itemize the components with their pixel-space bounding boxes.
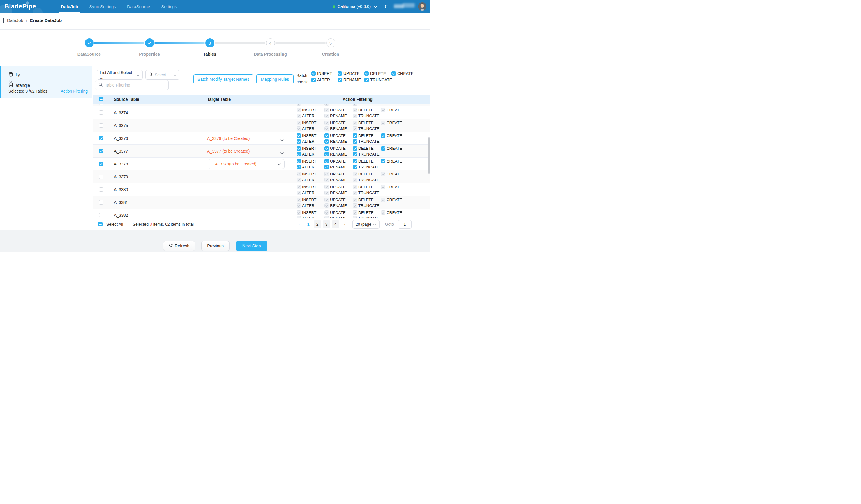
batch-check-checkbox-create[interactable] xyxy=(392,71,396,76)
help-icon[interactable]: ? xyxy=(383,4,388,9)
action-item-alter: ALTER xyxy=(297,113,325,119)
action-item-create: CREATE xyxy=(381,184,425,190)
action-checkbox-delete[interactable] xyxy=(353,133,357,138)
batch-check-checkbox-delete[interactable] xyxy=(364,71,369,76)
nav-item-datasource[interactable]: DataSource xyxy=(121,0,155,13)
action-checkbox-rename[interactable] xyxy=(325,152,329,156)
datasource-panel: lly afanqie Selected 3 /62 Tables Action… xyxy=(0,66,92,230)
action-checkbox-truncate[interactable] xyxy=(353,139,357,144)
page-button-2[interactable]: 2 xyxy=(314,220,321,228)
batch-modify-target-names-button[interactable]: Batch Modify Target Names xyxy=(193,74,254,84)
avatar[interactable] xyxy=(418,2,426,11)
action-checkbox-insert[interactable] xyxy=(297,146,301,151)
nav-right: California (v0.6.0) ? xyxy=(333,0,426,13)
page-button-4[interactable]: 4 xyxy=(332,220,339,228)
action-checkbox-insert[interactable] xyxy=(297,133,301,138)
target-table-select[interactable]: A_3378(to be Created) xyxy=(208,159,285,169)
previous-button[interactable]: Previous xyxy=(201,241,229,251)
breadcrumb-separator: / xyxy=(26,18,27,23)
region-selector[interactable]: California (v0.6.0) xyxy=(338,4,371,9)
action-item-delete: DELETE xyxy=(353,184,381,190)
action-item-truncate: TRUNCATE xyxy=(353,113,381,119)
refresh-button[interactable]: Refresh xyxy=(163,241,195,251)
action-checkbox-delete xyxy=(353,172,357,176)
row-checkbox[interactable] xyxy=(99,200,104,205)
batch-check-item-truncate: TRUNCATE xyxy=(364,77,392,83)
action-checkbox-delete[interactable] xyxy=(353,146,357,151)
action-label: TRUNCATE xyxy=(358,152,380,156)
row-checkbox[interactable] xyxy=(99,110,104,115)
action-item-alter: ALTER xyxy=(297,164,325,170)
chevron-down-icon[interactable] xyxy=(281,137,284,142)
action-checkbox-rename xyxy=(325,191,329,195)
row-checkbox[interactable] xyxy=(99,162,104,166)
page-button-1[interactable]: 1 xyxy=(305,220,312,228)
action-item-delete: DELETE xyxy=(353,197,381,203)
action-item-alter: ALTER xyxy=(297,126,325,132)
action-checkbox-truncate[interactable] xyxy=(353,165,357,169)
action-label: UPDATE xyxy=(330,133,346,138)
row-checkbox[interactable] xyxy=(99,123,104,127)
action-checkbox-create[interactable] xyxy=(381,159,385,163)
action-checkbox-create[interactable] xyxy=(381,133,385,138)
chevron-down-icon[interactable] xyxy=(374,4,377,9)
row-checkbox[interactable] xyxy=(99,213,104,217)
action-label: TRUNCATE xyxy=(358,165,380,169)
action-checkbox-rename[interactable] xyxy=(325,165,329,169)
action-filtering-link[interactable]: Action Filtering xyxy=(60,89,88,94)
action-item-create: CREATE xyxy=(381,210,425,215)
row-checkbox[interactable] xyxy=(99,136,104,140)
row-checkbox[interactable] xyxy=(99,149,104,153)
action-checkbox-update[interactable] xyxy=(325,146,329,151)
batch-check-checkbox-truncate[interactable] xyxy=(364,78,369,82)
action-checkbox-alter[interactable] xyxy=(297,152,301,156)
batch-check-checkbox-insert[interactable] xyxy=(311,71,316,76)
batch-check-checkbox-update[interactable] xyxy=(338,71,342,76)
action-checkbox-delete[interactable] xyxy=(353,159,357,163)
action-label: DELETE xyxy=(358,108,374,112)
vertical-scrollbar[interactable] xyxy=(428,137,430,174)
list-mode-select[interactable]: List All and Select ... xyxy=(97,70,143,80)
nav-item-settings[interactable]: Settings xyxy=(155,0,182,13)
batch-check-checkbox-alter[interactable] xyxy=(311,78,316,82)
action-label: TRUNCATE xyxy=(358,191,380,195)
next-page-button[interactable]: › xyxy=(341,220,348,228)
datasource-selected-block[interactable]: lly afanqie Selected 3 /62 Tables Action… xyxy=(0,66,92,98)
chevron-down-icon[interactable] xyxy=(281,150,284,155)
batch-check-checkbox-rename[interactable] xyxy=(338,78,342,82)
action-checkbox-insert[interactable] xyxy=(297,159,301,163)
target-db-row: afanqie xyxy=(9,82,30,88)
goto-page-input[interactable] xyxy=(398,220,412,229)
nav-item-sync-settings[interactable]: Sync Settings xyxy=(84,0,121,13)
table-filter-input[interactable] xyxy=(105,83,165,87)
step-label: Creation xyxy=(304,52,357,56)
table-select-dropdown[interactable]: Select xyxy=(145,70,179,80)
mapping-rules-button[interactable]: Mapping Rules xyxy=(256,74,293,84)
action-item-create: CREATE xyxy=(381,120,425,125)
action-item-rename: RENAME xyxy=(325,139,353,144)
next-step-button[interactable]: Next Step xyxy=(236,241,268,251)
action-label: TRUNCATE xyxy=(358,126,380,131)
action-checkbox-truncate[interactable] xyxy=(353,152,357,156)
source-table-name: A_3380 xyxy=(110,183,201,196)
action-checkbox-alter[interactable] xyxy=(297,165,301,169)
action-checkbox-create[interactable] xyxy=(381,146,385,151)
action-checkbox-rename xyxy=(325,114,329,118)
page-button-3[interactable]: 3 xyxy=(323,220,330,228)
row-checkbox[interactable] xyxy=(99,187,104,192)
page-size-select[interactable]: 20 /page xyxy=(353,220,380,229)
breadcrumb-parent[interactable]: DataJob xyxy=(7,18,23,23)
select-all-checkbox[interactable] xyxy=(98,222,102,226)
action-checkbox-update[interactable] xyxy=(325,159,329,163)
action-item-alter: ALTER xyxy=(297,139,325,144)
search-icon xyxy=(98,82,102,88)
target-table-value: A_3377 (to be Created) xyxy=(201,149,250,153)
action-checkbox-truncate xyxy=(353,178,357,182)
nav-item-datajob[interactable]: DataJob xyxy=(55,0,84,13)
action-checkbox-update[interactable] xyxy=(325,133,329,138)
action-checkbox-alter[interactable] xyxy=(297,139,301,144)
action-checkbox-rename[interactable] xyxy=(325,139,329,144)
select-all-checkbox[interactable] xyxy=(99,97,104,101)
row-checkbox xyxy=(99,104,104,105)
row-checkbox[interactable] xyxy=(99,175,104,179)
